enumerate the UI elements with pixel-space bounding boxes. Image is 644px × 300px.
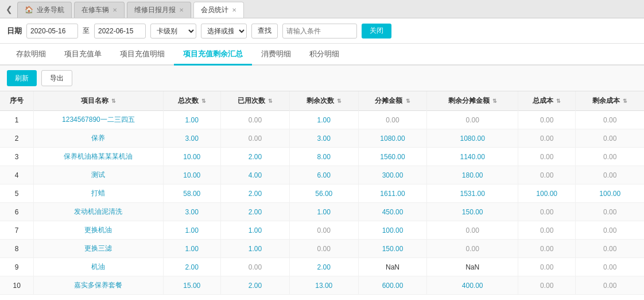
tab-nav-label: 业务导航	[37, 5, 64, 15]
cell-split_amount: 450.00	[358, 203, 427, 221]
cell-total_cost: 0.00	[518, 111, 575, 129]
tab-report-label: 维修日报月报	[134, 5, 176, 15]
col-name[interactable]: 项目名称 ⇅	[34, 91, 163, 111]
cell-total_cost: 0.00	[518, 203, 575, 221]
search-button[interactable]: 查找	[251, 24, 278, 39]
cell-remaining: 0.00	[289, 240, 358, 258]
sub-tabs: 存款明细 项目充值单 项目充值明细 项目充值剩余汇总 消费明细 积分明细	[0, 44, 644, 66]
table-row: 3保养机油格某某某机油10.002.008.001560.001140.000.…	[0, 148, 644, 166]
cell-split_amount: 300.00	[358, 166, 427, 184]
tab-nav[interactable]: 🏠 业务导航	[17, 2, 72, 18]
col-name-sort: ⇅	[111, 98, 116, 104]
cell-name: 嘉实多保养套餐	[34, 276, 163, 295]
cell-remaining_cost: 0.00	[576, 129, 644, 148]
cell-name: 1234567890一二三四五	[34, 111, 163, 129]
cell-split_amount: 600.00	[358, 276, 427, 295]
cell-seq: 1	[0, 111, 34, 129]
search-input[interactable]	[282, 24, 357, 39]
cell-remaining: 1.00	[289, 203, 358, 221]
cell-seq: 2	[0, 129, 34, 148]
col-remaining-split[interactable]: 剩余分摊金额 ⇅	[427, 91, 518, 111]
tab-report-close[interactable]: ✕	[179, 7, 184, 13]
level-select[interactable]: 卡级别	[150, 24, 196, 39]
tab-members-close[interactable]: ✕	[232, 7, 236, 13]
cell-seq: 3	[0, 148, 34, 166]
export-button[interactable]: 导出	[41, 70, 72, 86]
sub-tab-deposit[interactable]: 存款明细	[7, 44, 55, 66]
cell-remaining_cost: 0.00	[576, 276, 644, 295]
cell-remaining_split: 180.00	[427, 166, 518, 184]
close-button[interactable]: 关闭	[362, 24, 391, 39]
cell-seq: 4	[0, 166, 34, 184]
cell-used: 0.00	[221, 111, 290, 129]
tab-cars[interactable]: 在修车辆 ✕	[74, 2, 125, 18]
secondary-select[interactable]: 选择或搜	[201, 24, 247, 39]
cell-split_amount: 0.00	[358, 111, 427, 129]
cell-total_cost: 0.00	[518, 148, 575, 166]
cell-remaining_split: 1531.00	[427, 184, 518, 203]
sub-tab-charge-detail[interactable]: 项目充值明细	[111, 44, 174, 66]
col-total-cost-sort: ⇅	[556, 98, 561, 104]
tab-members[interactable]: 会员统计 ✕	[193, 2, 244, 18]
cell-total_cost: 0.00	[518, 276, 575, 295]
tab-cars-close[interactable]: ✕	[112, 7, 117, 13]
col-remaining-sort: ⇅	[337, 98, 342, 104]
col-remaining-cost[interactable]: 剩余成本 ⇅	[576, 91, 644, 111]
sub-tab-charge-summary[interactable]: 项目充值剩余汇总	[174, 44, 252, 66]
cell-used: 2.00	[221, 148, 290, 166]
cell-seq: 8	[0, 240, 34, 258]
date-to-input[interactable]	[94, 24, 146, 39]
col-split-sort: ⇅	[406, 98, 410, 104]
cell-remaining_cost: 0.00	[576, 221, 644, 240]
sub-tab-consume[interactable]: 消费明细	[252, 44, 300, 66]
table-row: 6发动机油泥清洗3.002.001.00450.00150.000.000.00	[0, 203, 644, 221]
cell-total_cost: 100.00	[518, 184, 575, 203]
col-split[interactable]: 分摊金额 ⇅	[358, 91, 427, 111]
cell-remaining_cost: 0.00	[576, 240, 644, 258]
col-used[interactable]: 已用次数 ⇅	[221, 91, 290, 111]
col-total[interactable]: 总次数 ⇅	[163, 91, 220, 111]
cell-total: 1.00	[163, 111, 220, 129]
col-seq: 序号	[0, 91, 34, 111]
refresh-button[interactable]: 刷新	[7, 70, 37, 86]
sub-tab-charge-single[interactable]: 项目充值单	[55, 44, 111, 66]
cell-remaining_cost: 0.00	[576, 166, 644, 184]
cell-total: 10.00	[163, 166, 220, 184]
cell-remaining: 2.00	[289, 258, 358, 276]
cell-split_amount: 1611.00	[358, 184, 427, 203]
cell-seq: 7	[0, 221, 34, 240]
date-from-input[interactable]	[26, 24, 78, 39]
action-bar: 刷新 导出	[0, 66, 644, 91]
tab-cars-label: 在修车辆	[82, 5, 109, 15]
cell-total: 15.00	[163, 276, 220, 295]
cell-remaining: 8.00	[289, 148, 358, 166]
cell-remaining_cost: 0.00	[576, 111, 644, 129]
table-row: 8更换三滤1.001.000.00150.000.000.000.00	[0, 240, 644, 258]
home-icon: 🏠	[25, 6, 33, 14]
table-header-row: 序号 项目名称 ⇅ 总次数 ⇅ 已用次数 ⇅ 剩余次数 ⇅ 分摊金额 ⇅ 剩余分…	[0, 91, 644, 111]
data-table: 序号 项目名称 ⇅ 总次数 ⇅ 已用次数 ⇅ 剩余次数 ⇅ 分摊金额 ⇅ 剩余分…	[0, 91, 644, 295]
cell-split_amount: 150.00	[358, 240, 427, 258]
date-separator: 至	[83, 26, 90, 36]
col-total-cost[interactable]: 总成本 ⇅	[518, 91, 575, 111]
col-remaining[interactable]: 剩余次数 ⇅	[289, 91, 358, 111]
cell-remaining_split: 400.00	[427, 276, 518, 295]
cell-total_cost: 0.00	[518, 258, 575, 276]
cell-remaining_cost: 100.00	[576, 184, 644, 203]
table-row: 4测试10.004.006.00300.00180.000.000.00	[0, 166, 644, 184]
cell-total: 2.00	[163, 258, 220, 276]
cell-total: 3.00	[163, 203, 220, 221]
sub-tab-points[interactable]: 积分明细	[300, 44, 348, 66]
table-row: 2保养3.000.003.001080.001080.000.000.00	[0, 129, 644, 148]
table-body: 11234567890一二三四五1.000.001.000.000.000.00…	[0, 111, 644, 295]
cell-total: 3.00	[163, 129, 220, 148]
cell-total_cost: 0.00	[518, 221, 575, 240]
table-row: 11234567890一二三四五1.000.001.000.000.000.00…	[0, 111, 644, 129]
cell-total: 58.00	[163, 184, 220, 203]
tab-nav-left[interactable]: ❮	[2, 0, 16, 18]
tab-members-label: 会员统计	[201, 5, 228, 15]
cell-remaining_cost: 0.00	[576, 148, 644, 166]
cell-name: 保养机油格某某某机油	[34, 148, 163, 166]
cell-remaining: 0.00	[289, 221, 358, 240]
tab-report[interactable]: 维修日报月报 ✕	[127, 2, 191, 18]
